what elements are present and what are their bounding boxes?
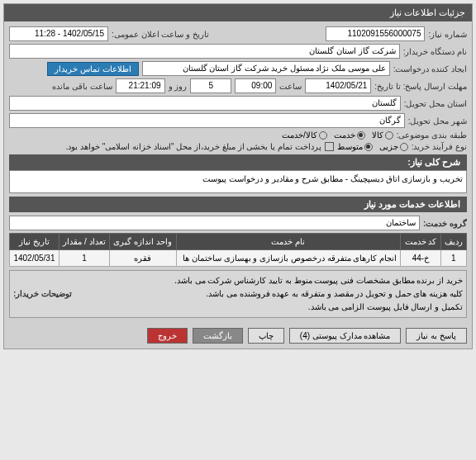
process-type-label: نوع فرآیند خرید:	[412, 142, 467, 151]
countdown-value: 21:21:09	[116, 78, 165, 93]
row-requester: ایجاد کننده درخواست: علی موسی ملک نژاد م…	[9, 61, 467, 76]
service-group-value: ساختمان	[9, 216, 420, 230]
panel-title: جزئیات اطلاعات نیاز	[4, 4, 472, 21]
row-deadline: مهلت ارسال پاسخ: تا تاریخ: 1402/05/21 سا…	[9, 78, 467, 93]
th-code: کد خدمت	[401, 234, 440, 250]
time-label-1: ساعت	[279, 82, 302, 91]
payment-note: پرداخت تمام یا بخشی از مبلغ خرید،از محل …	[65, 142, 321, 151]
need-details-panel: جزئیات اطلاعات نیاز شماره نیاز: 11020915…	[3, 3, 473, 349]
service-group-label: گروه خدمت:	[423, 219, 467, 228]
services-info-title: اطلاعات خدمات مورد نیاز	[9, 197, 467, 212]
cell-name: انجام کارهای متفرقه درخصوص بازسازی و بهس…	[176, 250, 401, 267]
days-and-label: روز و	[169, 82, 188, 91]
announce-date-label: تاریخ و ساعت اعلان عمومی:	[112, 30, 209, 39]
process-radio-group: جزیی متوسط	[337, 142, 408, 151]
general-desc-title: شرح کلی نیاز:	[9, 154, 467, 170]
deadline-date-value: 1402/05/21	[305, 78, 371, 93]
panel-body: شماره نیاز: 1102091556000075 تاریخ و ساع…	[4, 21, 472, 323]
announce-date-value: 1402/05/15 - 11:28	[9, 26, 108, 41]
services-table: ردیف کد خدمت نام خدمت واحد اندازه گیری ت…	[9, 233, 467, 267]
radio-service[interactable]: خدمت	[334, 130, 365, 140]
buyer-note-1: خرید از برنده مطابق مشخصات فنی پیوست منو…	[77, 274, 463, 287]
exit-button[interactable]: خروج	[147, 328, 188, 344]
reply-button[interactable]: پاسخ به نیاز	[406, 328, 467, 344]
buyer-note-2: کلیه هزینه های حمل و تحویل در مقصد و متف…	[77, 287, 463, 301]
cell-date: 1402/05/31	[10, 250, 60, 267]
print-button[interactable]: چاپ	[248, 328, 284, 344]
need-number-value: 1102091556000075	[326, 26, 425, 41]
general-desc-text: تخریب و بازسازی اتاق دیسپچینگ - مطابق شر…	[9, 170, 467, 193]
footer-buttons: پاسخ به نیاز مشاهده مدارک پیوستی (4) چاپ…	[4, 323, 472, 349]
th-qty: تعداد / مقدار	[59, 234, 109, 250]
row-process-type: نوع فرآیند خرید: جزیی متوسط پرداخت تمام …	[9, 142, 467, 151]
deadline-label: مهلت ارسال پاسخ: تا تاریخ:	[374, 82, 467, 91]
category-radio-group: کالا خدمت کالا/خدمت	[282, 130, 393, 140]
buyer-notes-label: توضیحات خریدار:	[13, 287, 72, 301]
table-row: 1 خ-44 انجام کارهای متفرقه درخصوص بازساز…	[10, 250, 467, 267]
contact-info-button[interactable]: اطلاعات تماس خریدار	[47, 62, 139, 76]
category-label: طبقه بندی موضوعی:	[397, 130, 467, 140]
row-city: شهر محل تحویل: گرگان	[9, 113, 467, 128]
need-number-label: شماره نیاز:	[428, 30, 467, 39]
row-need-number: شماره نیاز: 1102091556000075 تاریخ و ساع…	[9, 26, 467, 41]
buyer-note-3: تکمیل و ارسال فایل پیوست الزامی می باشد.	[77, 301, 463, 314]
radio-small[interactable]: جزیی	[379, 142, 408, 151]
th-unit: واحد اندازه گیری	[109, 234, 176, 250]
province-label: استان محل تحویل:	[404, 99, 467, 108]
days-remaining-value: 5	[190, 78, 231, 93]
radio-medium[interactable]: متوسط	[337, 142, 373, 151]
city-label: شهر محل تحویل:	[408, 116, 467, 126]
deadline-time-value: 09:00	[235, 78, 276, 93]
buyer-org-value: شرکت گاز استان گلستان	[9, 44, 400, 59]
requester-value: علی موسی ملک نژاد مسئول خرید شرکت گاز اس…	[142, 61, 390, 76]
remaining-label: ساعت باقی مانده	[52, 82, 112, 91]
cell-row: 1	[440, 250, 466, 267]
attachments-button[interactable]: مشاهده مدارک پیوستی (4)	[289, 328, 402, 344]
radio-goods[interactable]: کالا	[372, 130, 393, 140]
province-value: گلستان	[9, 96, 401, 111]
row-buyer-org: نام دستگاه خریدار: شرکت گاز استان گلستان	[9, 44, 467, 59]
back-button[interactable]: بازگشت	[193, 328, 243, 344]
row-category: طبقه بندی موضوعی: کالا خدمت کالا/خدمت	[9, 130, 467, 140]
requester-label: ایجاد کننده درخواست:	[393, 64, 467, 74]
city-value: گرگان	[9, 113, 405, 128]
row-service-group: گروه خدمت: ساختمان	[9, 216, 467, 230]
cell-qty: 1	[59, 250, 109, 267]
row-province: استان محل تحویل: گلستان	[9, 96, 467, 111]
buyer-org-label: نام دستگاه خریدار:	[403, 47, 467, 56]
radio-goods-service[interactable]: کالا/خدمت	[282, 130, 327, 140]
cell-code: خ-44	[401, 250, 440, 267]
cell-unit: فقره	[109, 250, 176, 267]
th-date: تاریخ نیاز	[10, 234, 60, 250]
th-name: نام خدمت	[176, 234, 401, 250]
treasury-checkbox[interactable]	[325, 142, 334, 151]
th-row: ردیف	[440, 234, 466, 250]
buyer-notes-box: خرید از برنده مطابق مشخصات فنی پیوست منو…	[9, 270, 467, 318]
